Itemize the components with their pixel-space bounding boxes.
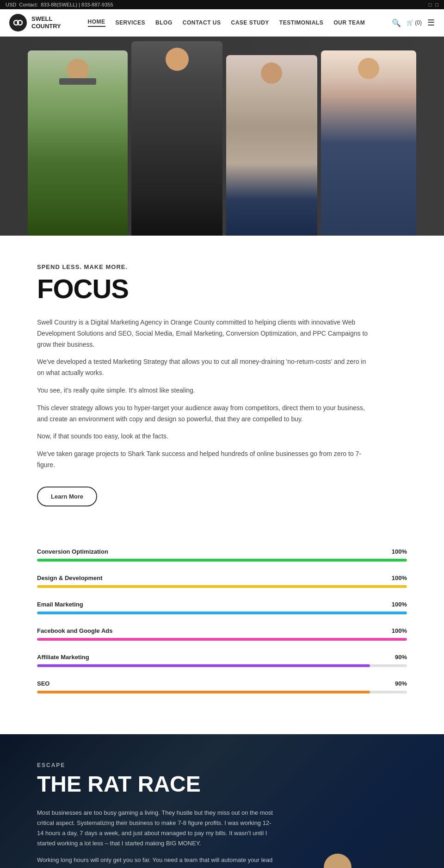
escape-person-head (324, 854, 352, 868)
social-icon-1[interactable]: □ (429, 2, 432, 7)
escape-subtitle: ESCAPE (37, 762, 278, 768)
skill-pct-1: 100% (392, 575, 407, 581)
learn-more-button[interactable]: Learn More (37, 487, 97, 506)
top-bar-right: □ □ (429, 2, 438, 7)
hero-person-1 (28, 50, 128, 236)
escape-title: THE RAT RACE (37, 772, 278, 797)
skill-bar-bg-4 (37, 664, 407, 667)
nav-right: 🔍 🛒 (0) ☰ (392, 18, 435, 28)
nav-our-team[interactable]: OUR TEAM (333, 19, 365, 26)
skill-name-0: Conversion Optimization (37, 548, 108, 555)
logo-icon (9, 14, 27, 31)
skill-row-4: Affiliate Marketing 90% (37, 654, 407, 667)
skill-name-4: Affiliate Marketing (37, 654, 89, 661)
nav-services[interactable]: SERVICES (116, 19, 145, 26)
skill-name-3: Facebook and Google Ads (37, 627, 112, 634)
focus-p5: Now, if that sounds too easy, look at th… (37, 431, 370, 442)
skills-section: Conversion Optimization 100% Design & De… (0, 525, 444, 734)
skill-row-1: Design & Development 100% (37, 575, 407, 588)
skill-name-2: Email Marketing (37, 601, 83, 608)
skill-pct-0: 100% (392, 548, 407, 555)
skill-bar-fill-3 (37, 638, 407, 641)
skill-pct-3: 100% (392, 627, 407, 634)
focus-p1: Swell Country is a Digital Marketing Age… (37, 317, 370, 350)
skill-bar-bg-2 (37, 612, 407, 614)
skill-bar-fill-1 (37, 585, 407, 588)
nav-testimonials[interactable]: TESTIMONIALS (279, 19, 323, 26)
escape-p2: Working long hours will only get you so … (37, 855, 278, 868)
escape-p1: Most businesses are too busy gaming a li… (37, 808, 278, 849)
focus-title: FOCUS (37, 273, 407, 304)
skill-bar-fill-2 (37, 612, 407, 614)
skill-bar-fill-0 (37, 559, 407, 562)
skill-name-5: SEO (37, 680, 49, 687)
nav-case-study[interactable]: CASE STUDY (231, 19, 269, 26)
logo-svg (13, 18, 23, 28)
social-icon-2[interactable]: □ (435, 2, 438, 7)
cart-icon[interactable]: 🛒 (0) (407, 19, 422, 26)
skill-row-2: Email Marketing 100% (37, 601, 407, 614)
skill-pct-4: 90% (395, 654, 407, 661)
skill-bar-bg-3 (37, 638, 407, 641)
hero-section (0, 37, 444, 236)
contact-label: Contact: (19, 2, 38, 7)
focus-p6: We've taken garage projects to Shark Tan… (37, 449, 370, 471)
skill-row-5: SEO 90% (37, 680, 407, 693)
nav-blog[interactable]: BLOG (155, 19, 173, 26)
hero-person-3 (226, 55, 317, 236)
search-icon[interactable]: 🔍 (392, 19, 401, 27)
currency-label: USD (6, 2, 16, 7)
skill-bar-bg-5 (37, 691, 407, 693)
escape-content: ESCAPE THE RAT RACE Most businesses are … (37, 762, 278, 868)
navbar: SWELL COUNTRY HOME SERVICES BLOG CONTACT… (0, 9, 444, 37)
hero-person-2 (131, 41, 222, 236)
logo[interactable]: SWELL COUNTRY (9, 14, 61, 31)
logo-text: SWELL COUNTRY (31, 15, 61, 30)
skill-name-1: Design & Development (37, 575, 103, 581)
escape-section: ESCAPE THE RAT RACE Most businesses are … (0, 734, 444, 868)
focus-p2: We've developed a tested Marketing Strat… (37, 356, 370, 379)
focus-subtitle: SPEND LESS. MAKE MORE. (37, 263, 407, 270)
nav-contact[interactable]: CONTACT US (183, 19, 221, 26)
skill-bar-bg-1 (37, 585, 407, 588)
skill-row-3: Facebook and Google Ads 100% (37, 627, 407, 641)
focus-p3: You see, it's really quite simple. It's … (37, 385, 370, 396)
hero-person-4 (321, 50, 416, 236)
escape-person-figure (268, 826, 407, 868)
top-bar-left: USD Contact: 833-88(SWELL) | 833-887-935… (6, 2, 113, 7)
menu-icon[interactable]: ☰ (427, 18, 435, 28)
skill-bar-fill-4 (37, 664, 370, 667)
skill-pct-2: 100% (392, 601, 407, 608)
skill-bar-bg-0 (37, 559, 407, 562)
hero-figures (0, 37, 444, 236)
skill-bar-fill-5 (37, 691, 370, 693)
skill-pct-5: 90% (395, 680, 407, 687)
skills-container: Conversion Optimization 100% Design & De… (37, 548, 407, 693)
nav-links: HOME SERVICES BLOG CONTACT US CASE STUDY… (88, 19, 365, 27)
top-bar: USD Contact: 833-88(SWELL) | 833-887-935… (0, 0, 444, 9)
nav-home[interactable]: HOME (88, 19, 105, 27)
phone-number: 833-88(SWELL) | 833-887-9355 (41, 2, 113, 7)
focus-p4: This clever strategy allows you to hyper… (37, 403, 370, 425)
focus-section: SPEND LESS. MAKE MORE. FOCUS Swell Count… (0, 236, 444, 525)
skill-row-0: Conversion Optimization 100% (37, 548, 407, 562)
